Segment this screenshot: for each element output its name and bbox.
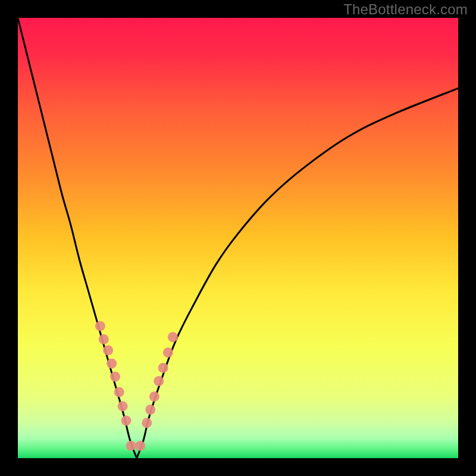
marker-dot [114, 387, 124, 397]
marker-dot [154, 376, 164, 386]
marker-dot [110, 372, 120, 382]
chart-frame: TheBottleneck.com [0, 0, 476, 476]
gradient-background [18, 18, 458, 458]
marker-dot [99, 334, 109, 345]
marker-dot [121, 416, 131, 426]
marker-dot [95, 321, 105, 331]
marker-dot [118, 401, 128, 411]
marker-dot [135, 441, 145, 451]
marker-dot [163, 347, 173, 358]
marker-dot [168, 332, 178, 342]
marker-dot [158, 363, 168, 373]
marker-dot [103, 345, 113, 355]
chart-svg [18, 18, 458, 458]
marker-dot [149, 392, 159, 402]
marker-dot [126, 441, 136, 451]
marker-dot [107, 358, 117, 368]
marker-dot [145, 405, 155, 415]
plot-area [18, 18, 458, 458]
watermark-text: TheBottleneck.com [343, 1, 468, 18]
marker-dot [142, 418, 152, 428]
